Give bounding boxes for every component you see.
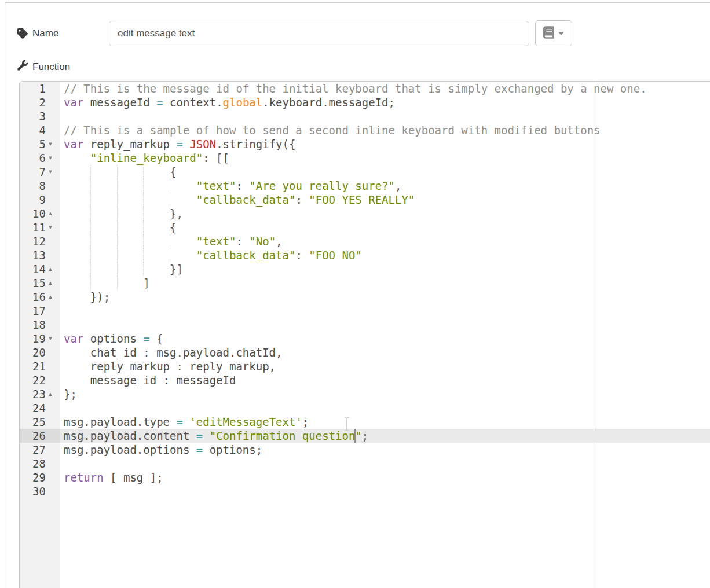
indent-guide [90,193,91,207]
code-line[interactable]: message_id : messageId [60,373,710,387]
fold-close-icon[interactable]: ▴ [46,290,55,304]
code-line[interactable]: msg.payload.type = 'editMessageText'; [60,415,710,429]
code-line[interactable]: { [60,220,710,234]
code-line[interactable]: }); [60,290,710,304]
code-line[interactable]: var reply_markup = JSON.stringify({ [60,137,710,151]
token-plain: ; [362,429,368,442]
indent-guide [170,234,170,248]
code-line[interactable]: "text": "Are you really sure?", [60,179,710,193]
token-keyword: var [64,138,83,150]
code-line[interactable]: { [60,165,710,179]
code-line[interactable] [60,109,710,123]
fold-close-icon[interactable]: ▴ [46,262,55,276]
code-editor[interactable]: 12345▾6▾7▾8910▴11▾121314▴15▴16▴171819▾20… [19,81,710,588]
token-keyword: var [64,332,83,345]
indent-guide [170,179,170,193]
gutter-row: 28 [20,457,60,471]
gutter-row: 11▾ [20,220,60,234]
code-line[interactable] [60,484,710,498]
gutter-row: 26 [20,429,60,443]
token-plain: [ msg ]; [104,471,163,484]
code-line[interactable]: }] [60,262,710,276]
fold-close-icon[interactable]: ▴ [46,207,55,220]
code-line[interactable] [60,401,710,415]
library-button[interactable] [535,20,572,46]
caret-down-icon [558,32,564,35]
gutter-row: 3 [20,109,60,123]
token-plain: }); [64,291,110,303]
token-plain: chat_id : msg.payload.chatId, [64,346,283,359]
code-line[interactable]: var options = { [60,332,710,346]
code-line[interactable]: }, [60,207,710,220]
code-line[interactable]: "text": "No", [60,234,710,248]
token-plain: options; [203,443,262,456]
line-number: 11 [20,220,46,234]
editor-code-pane[interactable]: // This is the message id of the initial… [60,82,710,588]
line-number: 14 [20,262,46,276]
indent-guide [90,276,91,290]
token-plain: , [276,235,282,248]
code-line[interactable] [60,457,710,471]
token-string: "callback_data" [196,249,296,262]
line-number: 13 [20,248,46,262]
token-plain: .keyboard.messageId; [262,96,395,109]
fold-open-icon[interactable]: ▾ [46,165,55,179]
code-line[interactable]: "callback_data": "FOO YES REALLY" [60,193,710,207]
name-input[interactable] [109,21,529,46]
indent-guide [90,179,91,193]
fold-open-icon[interactable]: ▾ [46,220,55,234]
token-plain [64,179,196,192]
gutter-row: 2 [20,95,60,109]
token-keyword: return [64,471,104,484]
gutter-row: 14▴ [20,262,60,276]
fold-open-icon[interactable]: ▾ [46,151,55,165]
gutter-row: 8 [20,179,60,193]
indent-guide [143,179,144,193]
code-line[interactable]: // This is a sample of how to send a sec… [60,123,710,137]
token-plain: options [83,332,143,345]
code-line[interactable]: msg.payload.options = options; [60,443,710,457]
token-plain: }] [64,263,183,275]
line-number: 5 [20,137,46,151]
token-plain: ] [64,277,150,289]
fold-close-icon[interactable]: ▴ [46,276,55,290]
code-line[interactable]: "callback_data": "FOO NO" [60,248,710,262]
indent-guide [143,262,144,276]
line-number: 4 [20,123,46,137]
code-line[interactable]: var messageId = context.global.keyboard.… [60,95,710,109]
token-plain: , [395,179,401,192]
gutter-row: 9 [20,193,60,207]
indent-guide [90,165,91,179]
token-string: "FOO YES REALLY" [309,193,415,206]
gutter-row: 12 [20,234,60,248]
code-line[interactable]: reply_markup : reply_markup, [60,359,710,373]
line-number: 9 [20,193,46,207]
code-line[interactable]: chat_id : msg.payload.chatId, [60,346,710,359]
line-number: 6 [20,151,46,165]
token-string: "Are you really sure?" [249,179,395,192]
line-number: 7 [20,165,46,179]
function-label-text: Function [32,61,70,73]
indent-guide [90,207,91,220]
line-number: 17 [20,304,46,318]
code-line[interactable]: // This is the message id of the initial… [60,82,710,95]
code-line[interactable]: "inline_keyboard": [[ [60,151,710,165]
code-line[interactable]: return [ msg ]; [60,471,710,484]
gutter-row: 13 [20,248,60,262]
gutter-row: 15▴ [20,276,60,290]
indent-guide [117,276,118,290]
code-line[interactable]: }; [60,387,710,401]
code-line[interactable]: msg.payload.content = "Confirmation ques… [60,429,710,443]
fold-open-icon[interactable]: ▾ [46,137,55,151]
fold-open-icon[interactable]: ▾ [46,332,55,346]
code-line[interactable] [60,304,710,318]
editor-gutter: 12345▾6▾7▾8910▴11▾121314▴15▴16▴171819▾20… [20,82,60,588]
token-plain: message_id : messageId [64,374,236,387]
gutter-row: 16▴ [20,290,60,304]
token-keyword: var [64,96,83,109]
token-string: "inline_keyboard" [90,152,203,164]
fold-close-icon[interactable]: ▴ [46,387,55,401]
code-line[interactable]: ] [60,276,710,290]
code-line[interactable] [60,318,710,332]
function-label: Function [17,60,70,74]
